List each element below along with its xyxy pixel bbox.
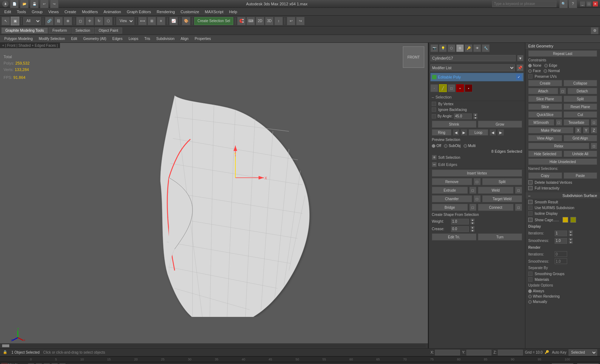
make-planar-btn[interactable]: Make Planar [528, 127, 574, 133]
grow-btn[interactable]: Grow [478, 121, 522, 128]
icon-border[interactable]: □ [448, 84, 455, 92]
loop-left-arrow[interactable]: ◀ [490, 129, 496, 136]
iterations-display-input[interactable] [555, 231, 567, 236]
search-btn[interactable]: 🔍 [559, 0, 568, 8]
full-interactivity-checkbox[interactable] [528, 186, 532, 190]
by-angle-checkbox[interactable] [432, 114, 436, 118]
selection-type-dropdown[interactable]: All [23, 17, 41, 25]
grid-align-btn[interactable]: Grid Align [564, 135, 598, 141]
search-input[interactable] [492, 1, 556, 7]
curve-editor-btn[interactable]: 📈 [169, 17, 178, 25]
redo-btn[interactable]: ↪ [50, 0, 59, 8]
face-radio[interactable]: Face [528, 69, 541, 73]
hide-selected-btn[interactable]: Hide Selected [528, 151, 562, 157]
unlink-btn[interactable]: ⛓ [54, 17, 63, 25]
menu-maxscript[interactable]: MAXScript [202, 9, 226, 15]
menu-create[interactable]: Create [61, 9, 79, 15]
select-filter-btn[interactable]: ◻ [76, 17, 85, 25]
subtab-loops[interactable]: Loops [126, 36, 141, 41]
viewport-progress-track[interactable] [2, 344, 426, 347]
menu-help[interactable]: Help [226, 9, 240, 15]
hide-unselected-btn[interactable]: Hide Unselected [528, 158, 597, 165]
select-btn[interactable]: ↖ [1, 17, 10, 25]
new-btn[interactable]: 📄 [10, 0, 19, 8]
panel-icon-util[interactable]: 🔧 [482, 44, 490, 52]
undo-btn[interactable]: ↩ [40, 0, 49, 8]
insert-vertex-btn[interactable]: Insert Vertex [432, 170, 522, 177]
weight-spinner[interactable]: ▲ ▼ [470, 218, 475, 224]
z-input[interactable] [498, 350, 523, 355]
tab-object-paint[interactable]: Object Paint [95, 27, 122, 34]
scale-btn[interactable]: ⬡ [104, 17, 112, 25]
relax-settings-btn[interactable]: □ [591, 143, 597, 149]
msmooth-btn[interactable]: MSmooth [528, 119, 554, 126]
subtab-edges[interactable]: Edges [110, 36, 125, 41]
bind-btn[interactable]: ⊕ [64, 17, 72, 25]
off-radio[interactable]: Off [432, 144, 441, 148]
connect-settings-btn[interactable]: □ [515, 204, 522, 211]
edit-tri-btn[interactable]: Edit Tri. [432, 233, 476, 241]
create-selection-btn[interactable]: Create Selection Sel [194, 17, 233, 25]
split-btn2[interactable]: Split [564, 96, 598, 102]
menu-edit[interactable]: Edit [1, 9, 14, 15]
paste-btn[interactable]: Paste [564, 172, 598, 179]
none-radio[interactable]: None [528, 64, 541, 67]
copy-btn[interactable]: Copy [528, 172, 562, 179]
subtab-align[interactable]: Align [178, 36, 191, 41]
layer-btn[interactable]: ≡ [157, 17, 165, 25]
icon-edge[interactable]: ╱ [439, 84, 447, 92]
panel-icon-cam[interactable]: 📷 [430, 44, 438, 52]
icon-element[interactable]: ▪ [465, 84, 472, 92]
edit-edges-collapse[interactable]: – [432, 162, 437, 167]
help-btn[interactable]: ? [569, 0, 577, 8]
auto-key-indicator[interactable]: A [1, 363, 8, 364]
create-btn[interactable]: Create [528, 80, 562, 86]
y-input[interactable] [466, 350, 491, 355]
split-btn[interactable]: Split [482, 178, 522, 185]
y-btn[interactable]: Y [583, 127, 589, 133]
spinner-snap-btn[interactable]: ↕ [274, 17, 283, 25]
use-nurms-checkbox[interactable] [528, 206, 532, 210]
modifier-list-dropdown[interactable]: Modifier List [430, 64, 515, 71]
minimize-btn[interactable]: _ [580, 1, 585, 6]
align-btn[interactable]: ⊞ [148, 17, 156, 25]
weld-settings-btn[interactable]: □ [515, 187, 522, 194]
menu-group[interactable]: Group [29, 9, 46, 15]
quickslice-btn[interactable]: QuickSlice [528, 111, 562, 118]
normal-radio[interactable]: Normal [544, 69, 560, 73]
magnet-btn[interactable]: 🧲 [237, 17, 246, 25]
subtab-subdivision[interactable]: Subdivision [153, 36, 177, 41]
ring-right-arrow[interactable]: ▶ [461, 129, 467, 136]
menu-tools[interactable]: Tools [14, 9, 29, 15]
chamfer-btn[interactable]: Chamfer [432, 195, 472, 202]
panel-icon-mod[interactable]: ⚙ [456, 44, 464, 52]
bridge-settings-btn[interactable]: □ [469, 204, 476, 211]
iterations-spinner[interactable]: ▲ ▼ [569, 230, 573, 236]
connect-btn[interactable]: Connect [478, 204, 514, 211]
snap2d-btn[interactable]: 2D [256, 17, 264, 25]
subtab-tris[interactable]: Tris [141, 36, 153, 41]
rotate-btn[interactable]: ↻ [95, 17, 103, 25]
timeline-play-btn[interactable]: ▶ [44, 363, 50, 364]
manually-radio[interactable]: Manually [528, 300, 547, 304]
always-radio[interactable]: Always [528, 289, 544, 293]
ignore-backfacing-checkbox[interactable] [432, 107, 436, 112]
smoothness-spinner[interactable]: ▲ ▼ [569, 238, 573, 244]
relax-btn[interactable]: Relax [528, 143, 589, 149]
open-btn[interactable]: 📂 [20, 0, 29, 8]
remove-btn[interactable]: Remove [432, 178, 472, 185]
timeline-next-btn[interactable]: ▶ [51, 363, 58, 364]
collapse-btn[interactable]: Collapse [564, 80, 598, 86]
close-btn[interactable]: ✕ [593, 1, 598, 6]
panel-icon-disp[interactable]: 👁 [473, 44, 481, 52]
menu-rendering[interactable]: Rendering [154, 9, 178, 15]
mirror-btn[interactable]: ⟺ [138, 17, 147, 25]
modifier-pin-btn[interactable]: 📌 [516, 64, 524, 71]
slice-btn[interactable]: Slice [528, 103, 562, 110]
icon-vertex[interactable]: · [430, 84, 438, 92]
reset-plane-btn[interactable]: Reset Plane [564, 103, 598, 110]
timeline-start-btn[interactable]: |◀ [28, 363, 34, 364]
smoothing-groups-checkbox[interactable] [528, 272, 532, 276]
icon-poly-red[interactable]: ▪ [456, 84, 464, 92]
turn-btn[interactable]: Turn [478, 233, 522, 241]
